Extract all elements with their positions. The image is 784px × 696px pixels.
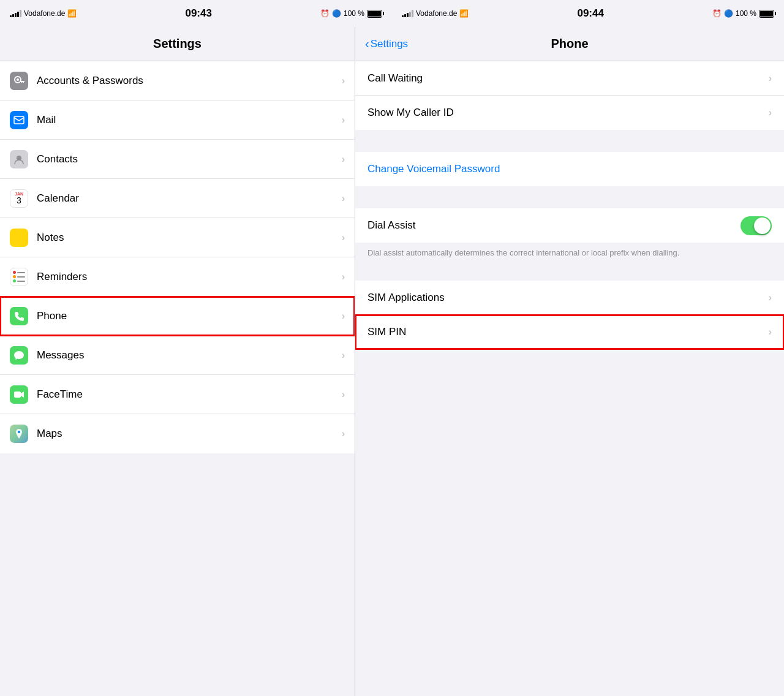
phone-label: Phone bbox=[37, 310, 342, 322]
left-panel: Settings Accounts & Passwords › Mail › bbox=[0, 27, 355, 696]
show-caller-id-row[interactable]: Show My Caller ID › bbox=[355, 96, 784, 130]
contacts-chevron: › bbox=[342, 154, 345, 165]
facetime-chevron: › bbox=[342, 389, 345, 400]
dial-assist-toggle[interactable] bbox=[741, 216, 772, 235]
facetime-label: FaceTime bbox=[37, 388, 342, 401]
call-waiting-label: Call Waiting bbox=[368, 72, 769, 85]
right-battery-percent: 100 % bbox=[736, 9, 756, 18]
sidebar-item-contacts[interactable]: Contacts › bbox=[0, 140, 355, 179]
left-signal-icon bbox=[10, 10, 21, 17]
facetime-icon bbox=[10, 385, 28, 404]
svg-point-1 bbox=[17, 78, 19, 81]
sidebar-item-calendar[interactable]: JAN 3 Calendar › bbox=[0, 179, 355, 218]
sim-pin-chevron: › bbox=[769, 327, 772, 338]
messages-label: Messages bbox=[37, 349, 342, 361]
left-status-right: ⏰ 🔵 100 % bbox=[320, 9, 382, 18]
svg-rect-5 bbox=[14, 116, 24, 124]
sim-pin-row[interactable]: SIM PIN › bbox=[355, 315, 784, 349]
toggle-knob bbox=[754, 218, 771, 234]
phone-section-3: Dial Assist bbox=[355, 208, 784, 243]
maps-chevron: › bbox=[342, 428, 345, 439]
right-panel-title: Phone bbox=[551, 37, 588, 51]
show-caller-id-chevron: › bbox=[769, 107, 772, 118]
reminders-label: Reminders bbox=[37, 271, 342, 283]
right-status-right: ⏰ 🔵 100 % bbox=[712, 9, 774, 18]
show-caller-id-label: Show My Caller ID bbox=[368, 107, 769, 119]
main-content: Settings Accounts & Passwords › Mail › bbox=[0, 27, 784, 696]
phone-section-4: SIM Applications › SIM PIN › bbox=[355, 281, 784, 349]
dial-assist-row[interactable]: Dial Assist bbox=[355, 208, 784, 243]
change-voicemail-label: Change Voicemail Password bbox=[368, 163, 500, 175]
messages-chevron: › bbox=[342, 350, 345, 361]
sidebar-item-phone[interactable]: Phone › bbox=[0, 297, 355, 336]
right-wifi-icon: 📶 bbox=[459, 9, 469, 18]
left-carrier: Vodafone.de bbox=[24, 9, 65, 18]
right-panel-header: ‹ Settings Phone bbox=[355, 27, 784, 61]
dial-assist-description: Dial assist automatically determines the… bbox=[355, 243, 784, 268]
phone-section-1: Call Waiting › Show My Caller ID › bbox=[355, 61, 784, 130]
calendar-chevron: › bbox=[342, 193, 345, 204]
right-settings-list: Call Waiting › Show My Caller ID › Chang… bbox=[355, 61, 784, 696]
maps-label: Maps bbox=[37, 428, 342, 440]
sidebar-item-reminders[interactable]: Reminders › bbox=[0, 257, 355, 297]
key-icon bbox=[10, 72, 28, 90]
back-chevron-icon: ‹ bbox=[365, 37, 369, 51]
left-alarm-icon: ⏰ bbox=[320, 9, 330, 18]
right-panel: ‹ Settings Phone Call Waiting › Show My … bbox=[355, 27, 784, 696]
right-carrier: Vodafone.de bbox=[416, 9, 457, 18]
right-time: 09:44 bbox=[577, 7, 603, 20]
phone-section-2: Change Voicemail Password bbox=[355, 152, 784, 186]
phone-icon bbox=[10, 307, 28, 325]
back-button[interactable]: ‹ Settings bbox=[365, 37, 408, 51]
svg-rect-4 bbox=[21, 81, 23, 83]
right-bluetooth-icon: 🔵 bbox=[724, 9, 733, 18]
right-alarm-icon: ⏰ bbox=[712, 9, 722, 18]
mail-chevron: › bbox=[342, 115, 345, 126]
calendar-label: Calendar bbox=[37, 192, 342, 205]
mail-icon bbox=[10, 111, 28, 129]
sim-applications-label: SIM Applications bbox=[368, 292, 769, 304]
svg-rect-7 bbox=[14, 392, 21, 398]
reminders-chevron: › bbox=[342, 271, 345, 282]
notes-icon bbox=[10, 229, 28, 247]
left-time: 09:43 bbox=[185, 7, 211, 20]
accounts-passwords-chevron: › bbox=[342, 75, 345, 86]
left-wifi-icon: 📶 bbox=[67, 9, 77, 18]
sim-pin-label: SIM PIN bbox=[368, 326, 769, 338]
left-status-bar: Vodafone.de 📶 09:43 ⏰ 🔵 100 % bbox=[0, 0, 392, 27]
separator-1 bbox=[355, 130, 784, 152]
right-battery-fill bbox=[760, 11, 773, 17]
sidebar-item-mail[interactable]: Mail › bbox=[0, 100, 355, 140]
sim-applications-row[interactable]: SIM Applications › bbox=[355, 281, 784, 315]
status-bars: Vodafone.de 📶 09:43 ⏰ 🔵 100 % Vodafone.d… bbox=[0, 0, 784, 27]
sidebar-item-accounts-passwords[interactable]: Accounts & Passwords › bbox=[0, 61, 355, 100]
settings-list: Accounts & Passwords › Mail › Contacts › bbox=[0, 61, 355, 696]
notes-chevron: › bbox=[342, 232, 345, 243]
sidebar-item-maps[interactable]: Maps › bbox=[0, 414, 355, 453]
accounts-passwords-label: Accounts & Passwords bbox=[37, 75, 342, 87]
notes-label: Notes bbox=[37, 232, 342, 244]
maps-icon bbox=[10, 425, 28, 443]
call-waiting-row[interactable]: Call Waiting › bbox=[355, 61, 784, 96]
svg-rect-3 bbox=[23, 81, 24, 83]
right-status-left: Vodafone.de 📶 bbox=[402, 9, 469, 18]
left-battery-fill bbox=[368, 11, 381, 17]
back-label: Settings bbox=[371, 38, 408, 50]
right-battery-icon bbox=[759, 10, 774, 18]
messages-icon bbox=[10, 346, 28, 365]
sidebar-item-notes[interactable]: Notes › bbox=[0, 218, 355, 257]
right-signal-icon bbox=[402, 10, 413, 17]
contacts-icon bbox=[10, 150, 28, 168]
sim-applications-chevron: › bbox=[769, 292, 772, 303]
left-battery-percent: 100 % bbox=[344, 9, 364, 18]
left-battery-icon bbox=[367, 10, 382, 18]
calendar-icon: JAN 3 bbox=[10, 189, 28, 208]
sidebar-item-facetime[interactable]: FaceTime › bbox=[0, 375, 355, 414]
contacts-label: Contacts bbox=[37, 153, 342, 165]
call-waiting-chevron: › bbox=[769, 73, 772, 84]
change-voicemail-row[interactable]: Change Voicemail Password bbox=[355, 152, 784, 186]
phone-chevron: › bbox=[342, 311, 345, 322]
dial-assist-label: Dial Assist bbox=[368, 219, 741, 232]
sidebar-item-messages[interactable]: Messages › bbox=[0, 336, 355, 375]
left-bluetooth-icon: 🔵 bbox=[332, 9, 341, 18]
